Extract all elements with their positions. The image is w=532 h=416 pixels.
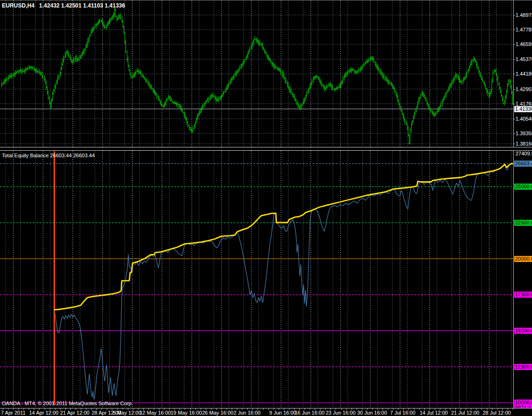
- time-axis-label: 21 Apr 12:00: [60, 410, 89, 416]
- time-axis-label: 2 Jun 16:00: [234, 410, 261, 416]
- price-axis-tick-label: 1.45370: [516, 56, 532, 62]
- panel-separator[interactable]: [0, 147, 532, 151]
- time-axis-label: 23 Jun 16:00: [326, 410, 356, 416]
- price-axis[interactable]: 9874.41.489751.477851.465951.453701.4418…: [513, 0, 532, 416]
- axis-tick: [514, 59, 515, 60]
- price-axis-tick-label: 1.39350: [516, 131, 532, 137]
- time-axis-label: 26 May 16:00: [202, 410, 234, 416]
- price-axis-tick-label: 1.40540: [516, 116, 532, 122]
- time-axis-label: 28 Jul 12:00: [483, 410, 511, 416]
- time-axis-label: 7 Jul 16:00: [390, 410, 415, 416]
- price-axis-tick-label: 1.42955: [516, 86, 532, 92]
- time-tick: [263, 408, 264, 410]
- axis-tick: [514, 30, 515, 30]
- time-axis-label: 16 Jun 16:00: [295, 410, 325, 416]
- indicator-title: Total Equity Balance 26603.44 26603.44: [2, 153, 95, 158]
- copyright-label: OANDA - MT4, © 2001-2011 MetaQuotes Soft…: [2, 401, 133, 406]
- time-axis-label: 5 May 12:00: [113, 410, 141, 416]
- equity-axis-tick-label: 25000.0: [514, 184, 532, 190]
- equity-axis-tick-label: 22500.0: [514, 220, 532, 226]
- price-axis-tick-label: 1.46595: [516, 41, 532, 47]
- time-tick: [513, 408, 513, 410]
- equity-axis-tick-label: 20000.0: [514, 256, 532, 262]
- axis-tick: [514, 119, 515, 119]
- time-axis-label: 30 Jun 16:00: [357, 410, 387, 416]
- equity-axis-tick-label: 15000.0: [514, 328, 532, 334]
- symbol-timeframe-label: EURUSD,H4: [2, 2, 34, 9]
- time-tick: [481, 408, 482, 410]
- price-chart-canvas[interactable]: [0, 0, 514, 147]
- time-axis-label: 7 Apr 2011: [1, 410, 25, 416]
- axis-tick: [514, 133, 515, 134]
- price-axis-tick-label: 1.44180: [516, 71, 532, 77]
- price-axis-tick-label: 1.38160: [516, 141, 532, 147]
- current-price-label: 1.41336: [514, 106, 532, 112]
- time-axis-label: 12 May 16:00: [140, 410, 171, 416]
- equity-axis-tick-label: 12500.0: [514, 364, 532, 370]
- time-tick: [268, 408, 269, 410]
- time-axis-label: 14 Apr 12:00: [29, 410, 58, 416]
- axis-tick: [514, 89, 515, 90]
- time-axis-label: 14 Jul 12:00: [420, 410, 448, 416]
- axis-tick: [514, 144, 515, 144]
- equity-axis-tick-label: 10000.0: [514, 400, 532, 406]
- time-axis-label: 19 May 16:00: [171, 410, 202, 416]
- axis-tick: [514, 104, 515, 104]
- mt4-chart-window: EURUSD,H41.42432 1.42501 1.41103 1.41336…: [0, 0, 532, 416]
- price-axis-tick-label: 1.47785: [516, 27, 532, 33]
- price-axis-tick-label: 1.48975: [516, 12, 532, 18]
- axis-tick: [514, 74, 515, 74]
- equity-axis-tick-label: 17500.0: [514, 292, 532, 298]
- time-axis-label: 9 Jun 16:00: [269, 410, 297, 416]
- chart-title: EURUSD,H41.42432 1.42501 1.41103 1.41336: [2, 2, 125, 9]
- time-axis-label: 21 Jul 12:00: [451, 410, 479, 416]
- time-tick: [388, 408, 388, 410]
- axis-tick: [514, 15, 515, 15]
- time-axis[interactable]: 7 Apr 201114 Apr 12:0021 Apr 12:0028 Apr…: [0, 408, 532, 416]
- equity-axis-tick-label: 26603.4: [514, 161, 532, 167]
- ohlc-values: 1.42432 1.42501 1.41103 1.41336: [39, 2, 125, 9]
- axis-tick: [514, 44, 515, 45]
- equity-chart-canvas[interactable]: [0, 151, 514, 408]
- time-tick: [450, 408, 451, 410]
- equity-axis-tick-label: 27409.5: [516, 151, 532, 157]
